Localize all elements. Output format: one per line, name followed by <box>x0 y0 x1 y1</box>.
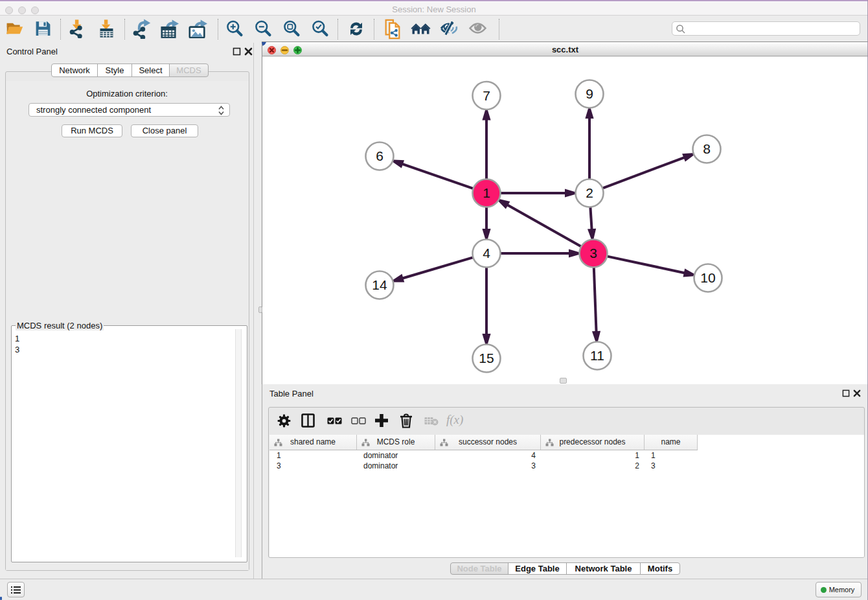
svg-text:3: 3 <box>589 246 597 260</box>
svg-text:4: 4 <box>483 246 490 260</box>
svg-text:2: 2 <box>586 185 593 200</box>
svg-text:15: 15 <box>479 351 494 365</box>
svg-text:1: 1 <box>483 185 490 200</box>
svg-text:8: 8 <box>703 141 711 156</box>
svg-text:10: 10 <box>700 270 715 285</box>
svg-text:14: 14 <box>372 277 387 292</box>
svg-text:7: 7 <box>483 88 490 103</box>
svg-text:6: 6 <box>376 148 383 163</box>
svg-text:11: 11 <box>590 348 604 363</box>
svg-text:9: 9 <box>586 86 593 101</box>
